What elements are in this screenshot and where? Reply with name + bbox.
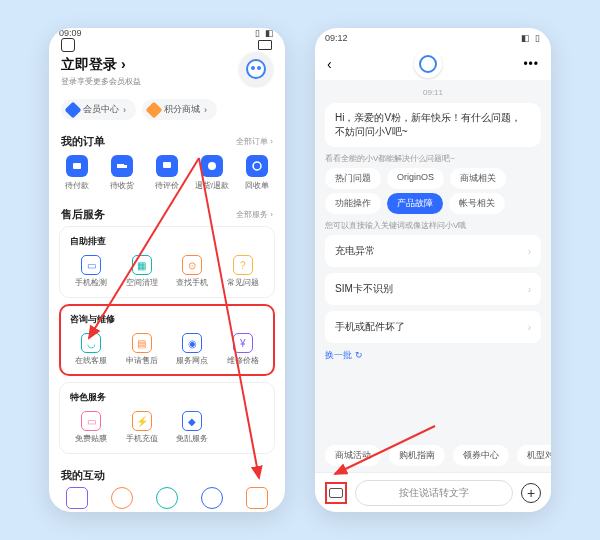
pill-member-center[interactable]: 会员中心 ›: [61, 99, 136, 120]
tag-originos[interactable]: OriginOS: [387, 168, 444, 189]
group-title: 自助排查: [66, 233, 268, 252]
interact-item[interactable]: [156, 487, 178, 509]
interact-item[interactable]: [111, 487, 133, 509]
top-bar: [49, 38, 285, 52]
order-pending-review[interactable]: 待评价: [145, 155, 190, 191]
greeting-bubble: Hi，亲爱的V粉，新年快乐！有什么问题，不妨问问小V吧~: [325, 103, 541, 147]
faq-broken[interactable]: 手机或配件坏了›: [325, 311, 541, 343]
order-pending-payment[interactable]: 待付款: [55, 155, 100, 191]
plus-button[interactable]: +: [521, 483, 541, 503]
chat-timestamp: 09:11: [325, 88, 541, 97]
status-icons: ▯ ◧: [255, 28, 275, 38]
interact-row: [49, 487, 285, 512]
search-icon: ⊙: [182, 255, 202, 275]
item-service-point[interactable]: ◉服务网点: [167, 330, 218, 369]
phone-left: 09:09 ▯ ◧ 立即登录 › 登录享受更多会员权益 会员中心 › 积分商城 …: [49, 28, 285, 512]
suggest-row[interactable]: 商城活动 购机指南 领券中心 机型对比 以: [315, 439, 551, 472]
keyboard-toggle[interactable]: [325, 482, 347, 504]
suggest-item[interactable]: 购机指南: [389, 445, 445, 466]
keyboard-icon: [329, 488, 343, 498]
phone-icon: ▭: [81, 255, 101, 275]
svg-point-5: [253, 162, 261, 170]
item-space-clean[interactable]: ▦空间清理: [117, 252, 168, 291]
chat-body: 09:11 Hi，亲爱的V粉，新年快乐！有什么问题，不妨问问小V吧~ 看看全能的…: [315, 80, 551, 472]
aftersale-title: 售后服务: [61, 207, 105, 222]
tag-function[interactable]: 功能操作: [325, 193, 381, 214]
tag-row: 功能操作 产品故障 帐号相关: [325, 193, 541, 214]
status-bar: 09:12 ◧ ▯: [315, 28, 551, 48]
suggest-item[interactable]: 商城活动: [325, 445, 381, 466]
diamond-icon: [65, 101, 82, 118]
chat-icon: [156, 155, 178, 177]
group-title: 特色服务: [66, 389, 268, 408]
item-repair-price[interactable]: ¥维修价格: [218, 330, 269, 369]
orders-header: 我的订单 全部订单 ›: [49, 126, 285, 153]
faq-sim[interactable]: SIM卡不识别›: [325, 273, 541, 305]
item-find-phone[interactable]: ⊙查找手机: [167, 252, 218, 291]
chevron-right-icon: ›: [528, 246, 531, 257]
aftersale-header: 售后服务 全部服务 ›: [49, 199, 285, 226]
back-icon[interactable]: ‹: [327, 56, 332, 72]
refresh-link[interactable]: 换一批 ↻: [325, 349, 541, 362]
question-icon: ?: [233, 255, 253, 275]
input-bar: 按住说话转文字 +: [315, 472, 551, 512]
film-icon: ▭: [81, 411, 101, 431]
interact-item[interactable]: [66, 487, 88, 509]
price-icon: ¥: [233, 333, 253, 353]
group-self-check: 自助排查 ▭手机检测 ▦空间清理 ⊙查找手机 ?常见问题: [59, 226, 275, 298]
item-faq[interactable]: ?常见问题: [218, 252, 269, 291]
group-consult-repair: 咨询与维修 ◡在线客服 ▤申请售后 ◉服务网点 ¥维修价格: [59, 304, 275, 376]
headset-icon: ◡: [81, 333, 101, 353]
tag-mall[interactable]: 商城相关: [450, 168, 506, 189]
order-recycle[interactable]: 回收单: [234, 155, 279, 191]
group-title: 咨询与维修: [66, 311, 268, 330]
recharge-icon: ⚡: [132, 411, 152, 431]
status-time: 09:12: [325, 33, 348, 43]
item-free-service[interactable]: ◆免乱服务: [167, 408, 218, 447]
tag-hot[interactable]: 热门问题: [325, 168, 381, 189]
settings-hex-icon[interactable]: [61, 38, 75, 52]
interact-item[interactable]: [246, 487, 268, 509]
login-block[interactable]: 立即登录 › 登录享受更多会员权益: [49, 52, 285, 93]
recycle-icon: [246, 155, 268, 177]
bot-avatar: [414, 50, 442, 78]
pill-points-mall[interactable]: 积分商城 ›: [142, 99, 217, 120]
svg-rect-0: [73, 163, 81, 169]
svg-rect-3: [163, 162, 171, 168]
suggest-item[interactable]: 领券中心: [453, 445, 509, 466]
svg-rect-2: [124, 165, 127, 168]
location-icon: ◉: [182, 333, 202, 353]
orders-title: 我的订单: [61, 134, 105, 149]
item-free-film[interactable]: ▭免费贴膜: [66, 408, 117, 447]
item-phone-detect[interactable]: ▭手机检测: [66, 252, 117, 291]
item-apply-aftersale[interactable]: ▤申请售后: [117, 330, 168, 369]
chat-header: ‹ •••: [315, 48, 551, 80]
item-recharge[interactable]: ⚡手机充值: [117, 408, 168, 447]
orders-more[interactable]: 全部订单 ›: [236, 136, 273, 147]
suggest-item[interactable]: 机型对比: [517, 445, 551, 466]
capabilities-hint: 看看全能的小V都能解决什么问题吧~: [325, 153, 541, 164]
voice-input[interactable]: 按住说话转文字: [355, 480, 513, 506]
avatar[interactable]: [239, 52, 273, 86]
order-refund[interactable]: 退货/退款: [189, 155, 234, 191]
aftersale-more[interactable]: 全部服务 ›: [236, 209, 273, 220]
refund-icon: [201, 155, 223, 177]
cart-icon[interactable]: [257, 38, 273, 52]
chevron-right-icon: ›: [121, 56, 126, 72]
tag-product-fault[interactable]: 产品故障: [387, 193, 443, 214]
input-hint: 您可以直接输入关键词或像这样问小V哦: [325, 220, 541, 231]
status-icons: ◧ ▯: [521, 33, 541, 43]
chevron-right-icon: ›: [528, 322, 531, 333]
item-online-service[interactable]: ◡在线客服: [66, 330, 117, 369]
broom-icon: ▦: [132, 255, 152, 275]
pill-row: 会员中心 › 积分商城 ›: [49, 93, 285, 126]
tag-account[interactable]: 帐号相关: [449, 193, 505, 214]
order-pending-receipt[interactable]: 待收货: [100, 155, 145, 191]
interact-title: 我的互动: [61, 468, 105, 483]
group-special-service: 特色服务 ▭免费贴膜 ⚡手机充值 ◆免乱服务: [59, 382, 275, 454]
wallet-icon: [66, 155, 88, 177]
more-icon[interactable]: •••: [523, 57, 539, 71]
interact-item[interactable]: [201, 487, 223, 509]
faq-charge[interactable]: 充电异常›: [325, 235, 541, 267]
status-bar: 09:09 ▯ ◧: [49, 28, 285, 38]
